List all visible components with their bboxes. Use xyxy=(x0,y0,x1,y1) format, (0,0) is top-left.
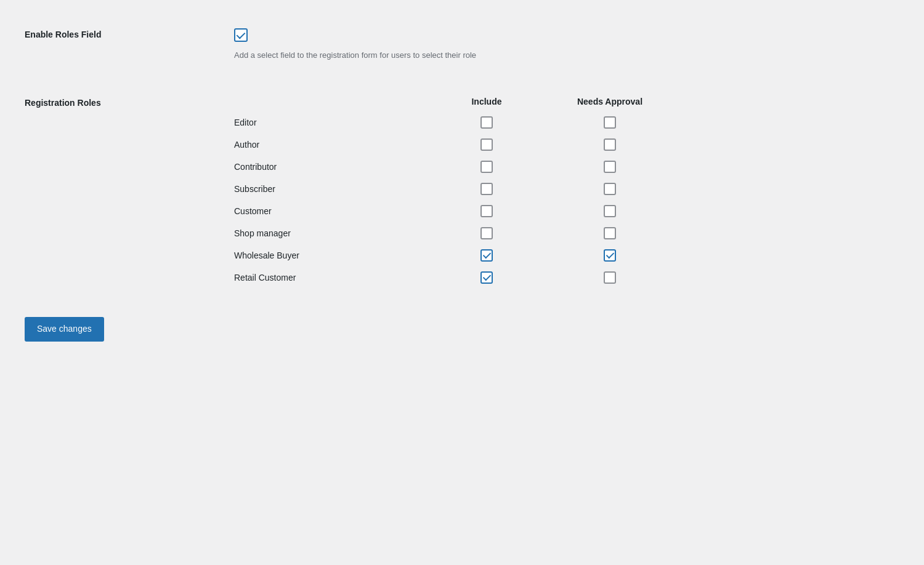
include-checkbox-shop-manager[interactable] xyxy=(480,227,493,239)
role-name-retail-customer: Retail Customer xyxy=(234,273,425,282)
role-approval-retail-customer xyxy=(548,271,671,284)
role-include-retail-customer xyxy=(425,271,548,284)
approval-checkbox-retail-customer[interactable] xyxy=(604,271,616,284)
approval-col-header: Needs Approval xyxy=(548,97,671,106)
include-checkbox-wholesale-buyer[interactable] xyxy=(480,249,493,262)
approval-checkbox-shop-manager[interactable] xyxy=(604,227,616,239)
role-row-subscriber: Subscriber xyxy=(234,178,671,200)
role-approval-author xyxy=(548,138,671,151)
include-checkbox-editor[interactable] xyxy=(480,116,493,129)
role-row-author: Author xyxy=(234,134,671,156)
approval-checkbox-subscriber[interactable] xyxy=(604,183,616,195)
role-name-editor: Editor xyxy=(234,118,425,127)
role-row-customer: Customer xyxy=(234,200,671,222)
approval-checkbox-wholesale-buyer[interactable] xyxy=(604,249,616,262)
role-row-retail-customer: Retail Customer xyxy=(234,266,671,289)
enable-roles-description: Add a select field to the registration f… xyxy=(234,50,476,60)
role-row-shop-manager: Shop manager xyxy=(234,222,671,244)
role-name-shop-manager: Shop manager xyxy=(234,228,425,238)
role-include-customer xyxy=(425,205,548,217)
role-include-wholesale-buyer xyxy=(425,249,548,262)
settings-form: Enable Roles Field Add a select field to… xyxy=(25,18,899,342)
role-include-contributor xyxy=(425,161,548,173)
role-include-editor xyxy=(425,116,548,129)
role-include-author xyxy=(425,138,548,151)
role-row-editor: Editor xyxy=(234,111,671,134)
enable-roles-content: Add a select field to the registration f… xyxy=(234,28,476,60)
role-approval-shop-manager xyxy=(548,227,671,239)
enable-roles-label: Enable Roles Field xyxy=(25,28,222,39)
include-checkbox-retail-customer[interactable] xyxy=(480,271,493,284)
role-approval-editor xyxy=(548,116,671,129)
role-approval-customer xyxy=(548,205,671,217)
role-include-shop-manager xyxy=(425,227,548,239)
registration-roles-section: Registration Roles Include Needs Approva… xyxy=(25,82,899,299)
enable-roles-row: Enable Roles Field Add a select field to… xyxy=(25,18,899,70)
role-include-subscriber xyxy=(425,183,548,195)
role-name-subscriber: Subscriber xyxy=(234,184,425,194)
include-col-header: Include xyxy=(425,97,548,106)
include-checkbox-subscriber[interactable] xyxy=(480,183,493,195)
role-name-wholesale-buyer: Wholesale Buyer xyxy=(234,250,425,260)
roles-table-header: Include Needs Approval xyxy=(234,97,671,106)
enable-roles-checkbox[interactable] xyxy=(234,28,248,42)
role-name-author: Author xyxy=(234,140,425,150)
save-changes-button[interactable]: Save changes xyxy=(25,317,104,342)
approval-checkbox-contributor[interactable] xyxy=(604,161,616,173)
approval-checkbox-author[interactable] xyxy=(604,138,616,151)
approval-checkbox-editor[interactable] xyxy=(604,116,616,129)
include-checkbox-customer[interactable] xyxy=(480,205,493,217)
registration-roles-label: Registration Roles xyxy=(25,97,222,108)
roles-table: Include Needs Approval Editor Author xyxy=(234,97,671,289)
role-approval-subscriber xyxy=(548,183,671,195)
approval-checkbox-customer[interactable] xyxy=(604,205,616,217)
role-row-contributor: Contributor xyxy=(234,156,671,178)
role-row-wholesale-buyer: Wholesale Buyer xyxy=(234,244,671,266)
role-approval-wholesale-buyer xyxy=(548,249,671,262)
role-approval-contributor xyxy=(548,161,671,173)
include-checkbox-author[interactable] xyxy=(480,138,493,151)
include-checkbox-contributor[interactable] xyxy=(480,161,493,173)
role-name-contributor: Contributor xyxy=(234,162,425,172)
role-name-customer: Customer xyxy=(234,206,425,216)
